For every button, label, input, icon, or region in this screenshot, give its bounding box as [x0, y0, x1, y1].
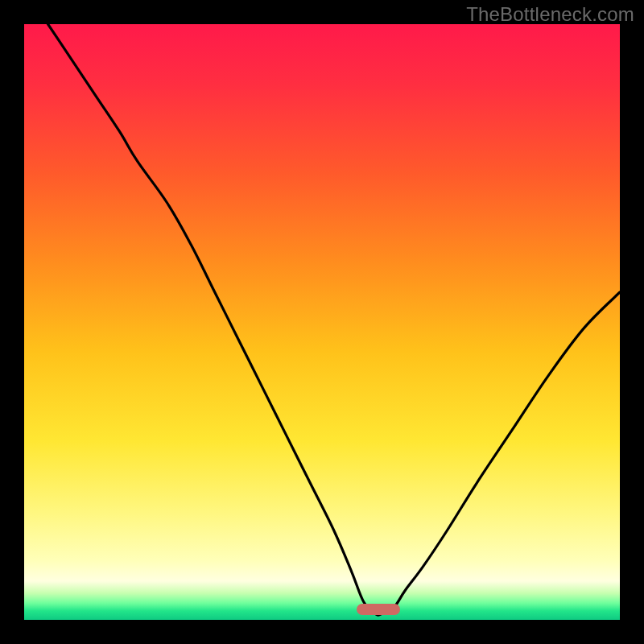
optimum-marker	[357, 604, 400, 615]
watermark-label: TheBottleneck.com	[466, 3, 634, 26]
plot-area	[24, 24, 620, 620]
bottleneck-curve	[24, 24, 620, 620]
chart-frame: TheBottleneck.com	[0, 0, 644, 644]
